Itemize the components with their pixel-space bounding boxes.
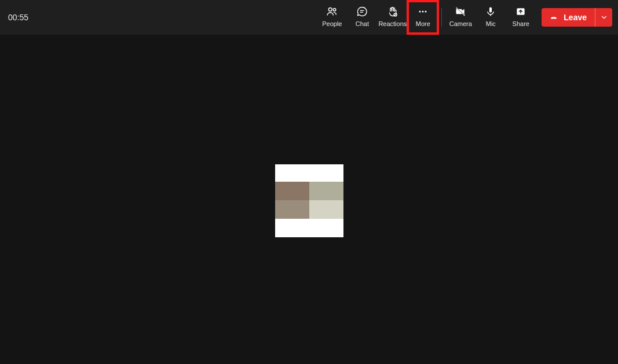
people-icon — [325, 5, 339, 19]
meeting-stage — [0, 35, 618, 364]
svg-point-7 — [425, 11, 427, 13]
toolbar-separator — [441, 8, 442, 27]
call-duration: 00:55 — [8, 13, 28, 22]
leave-button[interactable]: Leave — [542, 8, 595, 27]
people-button[interactable]: People — [317, 2, 347, 32]
reactions-label: Reactions — [378, 20, 407, 28]
more-button[interactable]: More — [408, 2, 438, 32]
mic-button[interactable]: Mic — [476, 2, 506, 32]
raise-hand-icon — [386, 5, 400, 19]
reactions-button[interactable]: Reactions — [377, 2, 408, 32]
share-icon — [514, 5, 528, 19]
chat-button[interactable]: Chat — [347, 2, 377, 32]
leave-label: Leave — [564, 13, 587, 22]
svg-point-0 — [329, 8, 332, 11]
share-button[interactable]: Share — [506, 2, 536, 32]
more-icon — [416, 5, 430, 19]
mic-icon — [484, 5, 498, 19]
more-label: More — [416, 20, 430, 28]
camera-button[interactable]: Camera — [445, 2, 476, 32]
share-label: Share — [513, 20, 529, 28]
camera-off-icon — [454, 5, 467, 19]
camera-label: Camera — [449, 20, 472, 28]
svg-point-5 — [419, 11, 421, 13]
people-label: People — [322, 20, 342, 28]
chat-icon — [355, 5, 369, 19]
participant-avatar — [275, 164, 343, 237]
svg-point-1 — [334, 9, 336, 11]
svg-rect-10 — [489, 8, 492, 13]
svg-point-6 — [422, 11, 424, 13]
leave-group: Leave — [542, 8, 612, 27]
mic-label: Mic — [486, 20, 496, 28]
leave-dropdown[interactable] — [595, 8, 612, 27]
meeting-toolbar: 00:55 People Chat — [0, 0, 618, 35]
chat-label: Chat — [356, 20, 369, 28]
